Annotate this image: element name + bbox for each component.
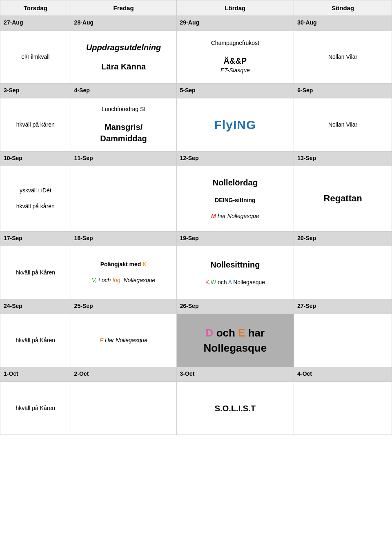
text-ing-letter: Ing xyxy=(112,277,120,283)
cell-w1-sun: Nollan Vilar xyxy=(294,31,392,84)
text-m-har-nollegasque: M har Nollegasque xyxy=(211,213,259,219)
text-filmkvall: el/Filmkväll xyxy=(21,54,49,60)
content-row-4: hkväll på Kåren Poängjakt med K V, I och… xyxy=(0,246,392,299)
text-k2-letter: K xyxy=(205,279,209,285)
cell-w5-thu: hkväll på Kåren xyxy=(0,314,71,367)
cell-w4-fri: Poängjakt med K V, I och Ing Nollegasque xyxy=(71,246,176,299)
content-row-5: hkväll på Kåren F Har Nollegasque D och … xyxy=(0,314,392,367)
cell-w6-fri xyxy=(71,382,176,435)
date-3oct: 3-Oct xyxy=(176,367,294,382)
date-17sep: 17-Sep xyxy=(0,232,71,246)
header-lordag: Lördag xyxy=(176,0,294,16)
text-hkkvall-kåren-5: hkväll på Kåren xyxy=(16,405,56,411)
header-sondag: Söndag xyxy=(294,0,392,16)
cell-w1-thu: el/Filmkväll xyxy=(0,31,71,84)
text-poangjakt: Poängjakt med K xyxy=(100,261,147,268)
date-10sep: 10-Sep xyxy=(0,152,71,166)
text-nollegasque-w5: Nollegasque xyxy=(204,342,267,354)
text-regattan: Regattan xyxy=(324,193,362,203)
text-lunchforedrag: Lunchföredrag SI xyxy=(102,106,145,112)
cell-w5-fri: F Har Nollegasque xyxy=(71,314,176,367)
cell-w1-fri: Uppdragsutdelning Lära Känna xyxy=(71,31,176,84)
cell-w2-sun: Nollan Vilar xyxy=(294,98,392,152)
cell-w4-sat: Nollesittning K,W och A Nollegasque xyxy=(176,246,294,299)
text-m-letter: M xyxy=(211,213,216,219)
content-row-6: hkväll på Kåren S.O.L.I.S.T xyxy=(0,382,392,435)
text-yskkvall: yskväll i iDét xyxy=(20,187,51,194)
date-1oct: 1-Oct xyxy=(0,367,71,382)
date-24sep: 24-Sep xyxy=(0,299,71,314)
text-aandp: Ä&&P xyxy=(224,56,247,65)
text-hkkvall-kåren-3: hkväll på Kåren xyxy=(16,269,56,276)
cell-w2-fri: Lunchföredrag SI Mansgris/Dammiddag xyxy=(71,98,176,152)
cell-w3-thu: yskväll i iDét hkväll på kåren xyxy=(0,166,71,232)
text-m-rest: har Nollegasque xyxy=(218,213,259,219)
cell-w1-sat: Champagnefrukost Ä&&P ET-Slasque xyxy=(176,31,294,84)
date-4oct: 4-Oct xyxy=(294,367,392,382)
date-3sep: 3-Sep xyxy=(0,84,71,98)
date-30aug: 30-Aug xyxy=(294,16,392,31)
text-och-e: och xyxy=(216,327,238,339)
text-nollegasque-w4b: Nollegasque xyxy=(232,279,265,285)
text-d-letter: D xyxy=(206,327,214,339)
header-torsdag: Torsdag xyxy=(0,0,71,16)
text-nollelordag: Nollelördag xyxy=(213,178,258,187)
date-20sep: 20-Sep xyxy=(294,232,392,246)
date-2oct: 2-Oct xyxy=(71,367,176,382)
text-w-letter: W xyxy=(211,279,216,285)
cell-w3-fri xyxy=(71,166,176,232)
text-k-letter-yellow: K xyxy=(143,261,147,268)
date-5sep: 5-Sep xyxy=(176,84,294,98)
cell-w6-sun xyxy=(294,382,392,435)
content-row-1: el/Filmkväll Uppdragsutdelning Lära Känn… xyxy=(0,31,392,84)
cell-w5-sun xyxy=(294,314,392,367)
text-hkkvall-karen-2: hkväll på kåren xyxy=(16,203,55,210)
cell-w2-sat: FlyING xyxy=(176,98,294,152)
date-row-6: 1-Oct 2-Oct 3-Oct 4-Oct xyxy=(0,367,392,382)
date-row-5: 24-Sep 25-Sep 26-Sep 27-Sep xyxy=(0,299,392,314)
text-champagne: Champagnefrukost xyxy=(211,40,259,46)
cell-w4-thu: hkväll på Kåren xyxy=(0,246,71,299)
text-e-letter: E xyxy=(238,327,245,339)
date-28aug: 28-Aug xyxy=(71,16,176,31)
cell-w2-thu: hkväll på kåren xyxy=(0,98,71,152)
text-och: och xyxy=(216,279,228,285)
cell-w6-sat: S.O.L.I.S.T xyxy=(176,382,294,435)
date-27aug: 27-Aug xyxy=(0,16,71,31)
text-mansgris: Mansgris/Dammiddag xyxy=(100,123,147,143)
text-nollesittning: Nollesittning xyxy=(210,260,260,269)
date-27sep: 27-Sep xyxy=(294,299,392,314)
date-12sep: 12-Sep xyxy=(176,152,294,166)
date-4sep: 4-Sep xyxy=(71,84,176,98)
date-13sep: 13-Sep xyxy=(294,152,392,166)
text-etslasque: ET-Slasque xyxy=(220,67,250,74)
text-lara-kanna: Lära Känna xyxy=(101,62,146,71)
date-29aug: 29-Aug xyxy=(176,16,294,31)
text-i-rest: och xyxy=(100,277,112,283)
text-nollegasque-w4: Nollegasque xyxy=(120,277,156,283)
date-row-3: 10-Sep 11-Sep 12-Sep 13-Sep xyxy=(0,152,392,166)
text-deing-sittning: DEING-sittning xyxy=(215,197,256,203)
text-vi-nollegasque: V, I och Ing Nollegasque xyxy=(92,277,155,283)
content-row-3: yskväll i iDét hkväll på kåren Nollelörd… xyxy=(0,166,392,232)
text-nollan-vilar-2: Nollan Vilar xyxy=(328,121,357,128)
text-de-nollegasque: D och E har Nollegasque xyxy=(204,327,267,354)
cell-w6-thu: hkväll på Kåren xyxy=(0,382,71,435)
header-fredag: Fredag xyxy=(71,0,176,16)
text-nollan-vilar-1: Nollan Vilar xyxy=(328,54,357,60)
date-row-2: 3-Sep 4-Sep 5-Sep 6-Sep xyxy=(0,84,392,98)
date-row-4: 17-Sep 18-Sep 19-Sep 20-Sep xyxy=(0,232,392,246)
cell-w4-sun xyxy=(294,246,392,299)
text-kw-nollegasque: K,W och A Nollegasque xyxy=(205,279,265,285)
date-19sep: 19-Sep xyxy=(176,232,294,246)
text-f-rest: Har Nollegasque xyxy=(105,337,147,343)
text-hkkvall-kåren-4: hkväll på Kåren xyxy=(16,337,56,343)
text-v-letter: V xyxy=(92,277,95,283)
cell-w3-sat: Nollelördag DEING-sittning M har Nollega… xyxy=(176,166,294,232)
content-row-2: hkväll på kåren Lunchföredrag SI Mansgri… xyxy=(0,98,392,152)
cell-w5-sat: D och E har Nollegasque xyxy=(176,314,294,367)
text-har-nollegasque-w5: har xyxy=(248,327,265,339)
date-26sep: 26-Sep xyxy=(176,299,294,314)
text-uppdragsutdelning: Uppdragsutdelning xyxy=(86,43,161,52)
date-11sep: 11-Sep xyxy=(71,152,176,166)
